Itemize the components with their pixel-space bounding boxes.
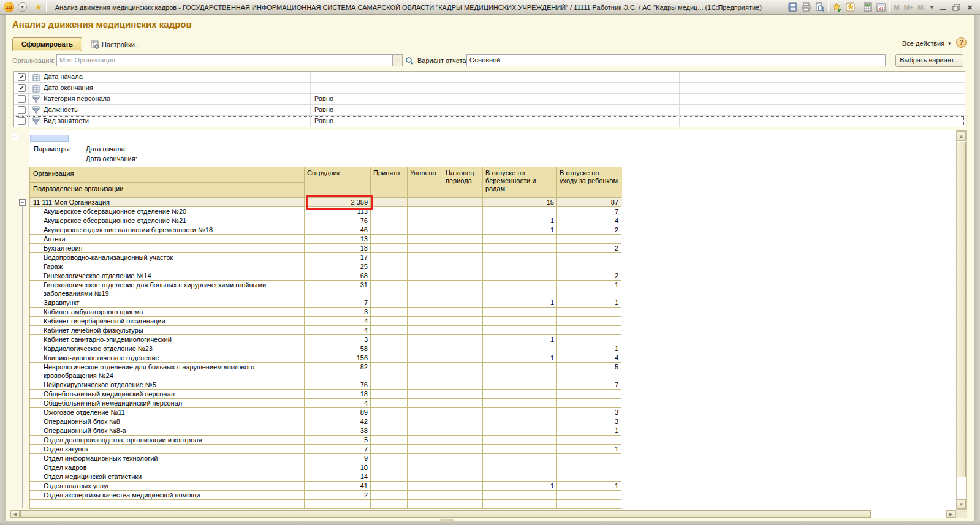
cell-childcare-leave[interactable]: 1: [557, 426, 621, 436]
cell-childcare-leave[interactable]: [557, 472, 621, 482]
cell-childcare-leave[interactable]: 2: [557, 271, 621, 281]
cell-childcare-leave[interactable]: 7: [557, 380, 621, 390]
cell-end-of-period[interactable]: [443, 417, 483, 426]
cell-fired[interactable]: [408, 225, 443, 235]
memory-m-plus-button[interactable]: M+: [903, 4, 914, 11]
organization-search-icon[interactable]: [404, 55, 414, 66]
cell-subdivision[interactable]: Ожоговое отделение №11: [30, 408, 305, 417]
cell-end-of-period[interactable]: [443, 436, 483, 445]
cell-end-of-period[interactable]: [443, 426, 483, 436]
cell-maternity-leave[interactable]: [483, 399, 557, 408]
horizontal-scrollbar-thumb[interactable]: [20, 510, 871, 518]
cell-employees[interactable]: 46: [305, 225, 371, 235]
cell-childcare-leave[interactable]: [557, 390, 621, 399]
cell-employees[interactable]: 4: [305, 317, 371, 326]
scroll-down-icon[interactable]: ▼: [957, 499, 966, 509]
cell-childcare-leave[interactable]: 1: [557, 482, 621, 491]
scroll-left-icon[interactable]: ◀: [10, 510, 20, 518]
cell-end-of-period[interactable]: [443, 363, 483, 380]
cell-hired[interactable]: [371, 281, 408, 298]
collapse-organization-icon[interactable]: −: [19, 199, 26, 206]
cell-maternity-leave[interactable]: [483, 235, 557, 244]
cell-fired[interactable]: [408, 308, 443, 317]
print-icon[interactable]: [801, 2, 811, 12]
cell-maternity-leave[interactable]: 1: [483, 335, 557, 344]
cell-hired[interactable]: [371, 436, 408, 445]
all-actions-button[interactable]: Все действия ▼: [902, 40, 952, 47]
cell-subdivision[interactable]: Акушерское отделение патологии беременно…: [30, 225, 305, 235]
cell-end-of-period[interactable]: [443, 244, 483, 253]
cell-hired[interactable]: [371, 445, 408, 454]
cell-fired[interactable]: [408, 262, 443, 271]
table-row[interactable]: Кардиологическое отделение №23 58 1: [30, 344, 622, 353]
favorites-star-icon[interactable]: ★: [35, 2, 42, 12]
cell-subdivision[interactable]: Отдел платных услуг: [30, 482, 305, 491]
cell-fired[interactable]: [408, 281, 443, 298]
cell-subdivision[interactable]: Кабинет лечебной физкультуры: [30, 326, 305, 335]
cell-fired[interactable]: [408, 363, 443, 380]
cell-fired[interactable]: [408, 463, 443, 472]
table-row[interactable]: Кабинет санитарно-эпидемиологический 3 1: [30, 335, 622, 344]
cell-fired[interactable]: [408, 390, 443, 399]
table-row[interactable]: Отдел экспертизы качества медицинской по…: [30, 491, 622, 500]
cell-hired[interactable]: [371, 390, 408, 399]
cell-maternity-leave[interactable]: 1: [483, 225, 557, 235]
table-row[interactable]: Здравпункт 7 1 1: [30, 298, 622, 308]
table-row[interactable]: Отдел делопроизводства, организации и ко…: [30, 436, 622, 445]
table-row[interactable]: Клинико-диагностическое отделение 156 1 …: [30, 353, 622, 363]
filter-checkbox[interactable]: [18, 73, 26, 81]
cell-end-of-period[interactable]: [443, 472, 483, 482]
cell-hired[interactable]: [371, 408, 408, 417]
cell-childcare-leave[interactable]: [557, 463, 621, 472]
cell-childcare-leave[interactable]: 3: [557, 408, 621, 417]
cell-hired[interactable]: [371, 472, 408, 482]
cell-hired[interactable]: [371, 426, 408, 436]
cell-childcare-leave[interactable]: 5: [557, 363, 621, 380]
filter-name[interactable]: Вид занятости: [44, 117, 89, 124]
organization-field[interactable]: Моя Организация: [56, 54, 393, 66]
add-favorite-icon[interactable]: [832, 2, 842, 12]
close-button[interactable]: ×: [965, 2, 975, 12]
cell-hired[interactable]: [371, 271, 408, 281]
selected-cell[interactable]: [30, 135, 69, 142]
cell-end-of-period[interactable]: [443, 317, 483, 326]
cell-employees[interactable]: 42: [305, 417, 371, 426]
cell-childcare-leave[interactable]: [557, 436, 621, 445]
splitter-grip[interactable]: [440, 519, 454, 522]
cell-subdivision[interactable]: Гараж: [30, 262, 305, 271]
print-preview-icon[interactable]: [815, 2, 825, 12]
cell-maternity-leave[interactable]: [483, 344, 557, 353]
cell-maternity-leave[interactable]: [483, 281, 557, 298]
cell-employees[interactable]: 25: [305, 262, 371, 271]
cell-childcare-leave[interactable]: [557, 454, 621, 463]
favorites-list-icon[interactable]: [845, 2, 856, 12]
table-row[interactable]: Акушерское отделение патологии беременно…: [30, 225, 622, 235]
cell-fired[interactable]: [408, 216, 443, 225]
cell-employees[interactable]: 76: [305, 380, 371, 390]
filter-checkbox[interactable]: [18, 106, 26, 114]
cell-subdivision[interactable]: Кардиологическое отделение №23: [30, 344, 305, 353]
table-row[interactable]: Кабинет лечебной физкультуры 4: [30, 326, 622, 335]
cell-hired[interactable]: [371, 335, 408, 344]
organization-select-button[interactable]: ...: [392, 54, 403, 66]
cell-childcare-leave[interactable]: [557, 399, 621, 408]
cell-employees[interactable]: 18: [305, 244, 371, 253]
cell-fired[interactable]: [408, 454, 443, 463]
cell-childcare-leave[interactable]: 1: [557, 344, 621, 353]
cell-childcare-leave[interactable]: 87: [557, 198, 621, 207]
cell-hired[interactable]: [371, 207, 408, 216]
cell-childcare-leave[interactable]: 7: [557, 207, 621, 216]
cell-hired[interactable]: [371, 353, 408, 363]
table-row[interactable]: Бухгалтерия 18 2: [30, 244, 622, 253]
cell-end-of-period[interactable]: [443, 380, 483, 390]
cell-fired[interactable]: [408, 353, 443, 363]
cell-subdivision[interactable]: Операционный блок №8-а: [30, 426, 305, 436]
cell-childcare-leave[interactable]: [557, 262, 621, 271]
cell-hired[interactable]: [371, 463, 408, 472]
cell-fired[interactable]: [408, 235, 443, 244]
cell-end-of-period[interactable]: [443, 298, 483, 308]
cell-fired[interactable]: [408, 298, 443, 308]
cell-subdivision[interactable]: Водопроводно-канализационный участок: [30, 253, 305, 262]
cell-subdivision[interactable]: Кабинет амбулаторного приема: [30, 308, 305, 317]
filter-condition[interactable]: Равно: [314, 106, 333, 113]
